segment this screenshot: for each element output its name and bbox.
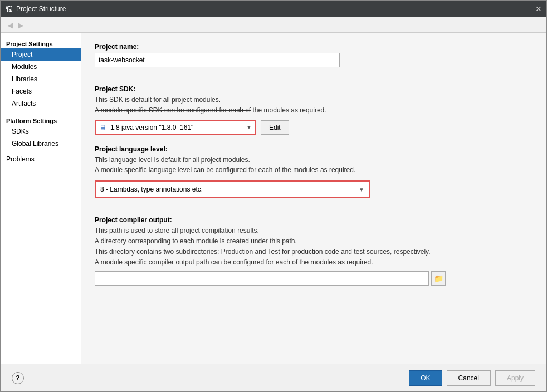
project-sdk-label: Project SDK: [95,85,533,93]
project-language-level-section: Project language level: This language le… [95,145,533,207]
ok-button[interactable]: OK [409,370,442,386]
browse-folder-button[interactable]: 📁 [431,271,446,286]
sdk-dropdown-arrow: ▼ [246,124,252,130]
sdk-desc2-rest: the modules as required. [253,106,326,114]
project-name-input[interactable] [95,53,340,67]
compiler-output-label: Project compiler output: [95,216,533,224]
compiler-desc3: This directory contains two subdirectori… [95,247,533,257]
sdk-desc1: This SDK is default for all project modu… [95,95,533,105]
sdk-desc2: A module specific SDK can be configured … [95,106,533,115]
apply-button[interactable]: Apply [495,370,535,386]
project-language-level-label: Project language level: [95,145,533,153]
lang-dropdown-arrow: ▼ [359,187,364,193]
project-name-section: Project name: [95,43,533,75]
compiler-desc1: This path is used to store all project c… [95,226,533,236]
sidebar-item-facets[interactable]: Facets [1,85,81,97]
back-button[interactable]: ◀ [5,21,16,30]
sidebar-item-project[interactable]: Project [1,48,81,61]
lang-dropdown-wrapper: 8 - Lambdas, type annotations etc. ▼ [95,180,370,198]
dialog-title: Project Structure [16,5,535,13]
dialog-nav: ◀ ▶ [1,17,546,33]
platform-settings-section: Platform Settings [1,114,81,125]
sidebar-item-global-libraries[interactable]: Global Libraries [1,138,81,150]
sidebar: Project Settings Project Modules Librari… [1,33,81,364]
folder-icon: 📁 [434,274,443,283]
dialog-icon: 🏗 [5,4,13,13]
sidebar-item-artifacts[interactable]: Artifacts [1,97,81,110]
help-button[interactable]: ? [12,372,24,384]
sdk-value: 1.8 java version "1.8.0_161" [110,124,193,131]
lang-desc2: A module specific language level can be … [95,165,533,175]
sdk-dropdown[interactable]: 🖥 1.8 java version "1.8.0_161" ▼ [95,120,256,135]
compiler-output-row: 📁 [95,271,533,286]
project-sdk-section: Project SDK: This SDK is default for all… [95,85,533,135]
sidebar-divider [1,110,81,114]
title-bar: 🏗 Project Structure ✕ [1,1,546,17]
cancel-button[interactable]: Cancel [447,370,491,386]
sidebar-item-libraries[interactable]: Libraries [1,73,81,85]
project-structure-dialog: 🏗 Project Structure ✕ ◀ ▶ Project Settin… [0,0,547,392]
sdk-row: 🖥 1.8 java version "1.8.0_161" ▼ Edit [95,120,533,135]
language-level-dropdown[interactable]: 8 - Lambdas, type annotations etc. ▼ [96,182,369,197]
compiler-output-input[interactable] [95,271,429,286]
sidebar-item-modules[interactable]: Modules [1,61,81,73]
compiler-desc4: A module specific compiler output path c… [95,258,533,267]
sidebar-item-problems[interactable]: Problems [1,153,81,165]
forward-button[interactable]: ▶ [16,21,26,30]
compiler-desc2: A directory corresponding to each module… [95,237,533,246]
dialog-body: Project Settings Project Modules Librari… [1,33,546,364]
project-settings-section: Project Settings [1,37,81,48]
compiler-output-section: Project compiler output: This path is us… [95,216,533,286]
sidebar-item-sdks[interactable]: SDKs [1,125,81,138]
language-level-value: 8 - Lambdas, type annotations etc. [100,185,203,193]
project-name-label: Project name: [95,43,533,51]
sdk-desc2-strikethrough: A module specific SDK can be configured … [95,106,251,114]
edit-sdk-button[interactable]: Edit [261,120,289,135]
lang-desc1: This language level is default for all p… [95,155,533,165]
main-content: Project name: Project SDK: This SDK is d… [81,33,546,364]
close-button[interactable]: ✕ [535,4,542,13]
sdk-java-icon: 🖥 [99,123,107,132]
dialog-footer: ? OK Cancel Apply [1,364,546,391]
lang-desc2-strikethrough: A module specific language level can be … [95,166,355,174]
